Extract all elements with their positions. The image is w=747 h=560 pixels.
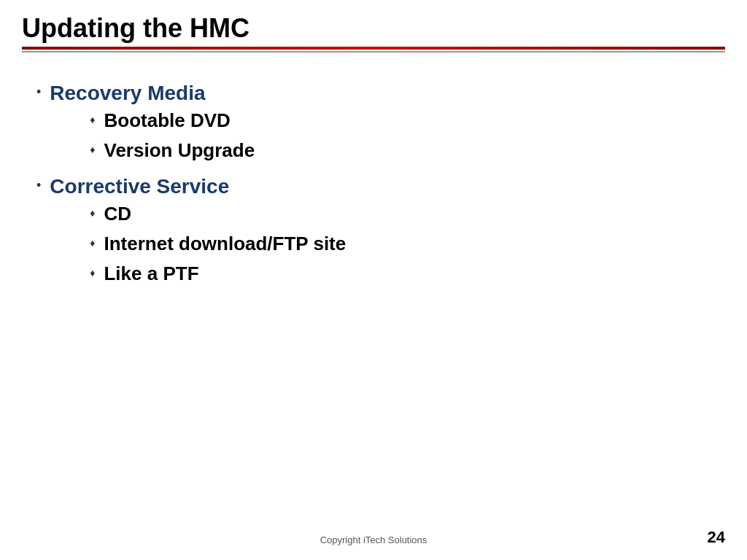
bullet-icon: •: [36, 178, 41, 193]
bullet-icon: ♦: [90, 207, 95, 219]
list-item: ♦ Bootable DVD: [90, 109, 255, 132]
level1-label: Recovery Media: [50, 82, 205, 104]
slide-number: 24: [708, 528, 725, 547]
footer: Copyright iTech Solutions: [0, 534, 747, 545]
list-item: • Corrective Service ♦ CD ♦ Internet dow…: [36, 175, 711, 292]
level2-label: Like a PTF: [104, 262, 198, 285]
divider-top: [22, 47, 725, 50]
slide-title: Updating the HMC: [22, 13, 725, 44]
bullet-icon: ♦: [90, 114, 95, 125]
list-item: ♦ Version Upgrade: [90, 139, 255, 162]
main-list: • Recovery Media ♦ Bootable DVD ♦ Versio…: [36, 82, 711, 292]
sub-list: ♦ Bootable DVD ♦ Version Upgrade: [90, 109, 255, 162]
list-item: ♦ CD: [90, 203, 346, 225]
level2-label: Internet download/FTP site: [104, 233, 346, 255]
bullet-icon: ♦: [90, 144, 95, 155]
slide-content: • Recovery Media ♦ Bootable DVD ♦ Versio…: [0, 60, 747, 322]
level2-label: Version Upgrade: [104, 139, 255, 162]
list-item: ♦ Internet download/FTP site: [90, 233, 346, 255]
divider-thin: [22, 51, 725, 52]
copyright-text: Copyright iTech Solutions: [320, 534, 427, 545]
slide-header: Updating the HMC: [0, 0, 747, 60]
bullet-icon: ♦: [90, 237, 95, 249]
level2-label: CD: [104, 203, 131, 225]
list-item: ♦ Like a PTF: [90, 262, 346, 285]
level2-label: Bootable DVD: [104, 109, 230, 132]
bullet-icon: ♦: [90, 267, 95, 279]
bullet-icon: •: [36, 85, 41, 100]
slide: Updating the HMC • Recovery Media ♦ Boot…: [0, 0, 747, 560]
list-item: • Recovery Media ♦ Bootable DVD ♦ Versio…: [36, 82, 711, 169]
sub-list: ♦ CD ♦ Internet download/FTP site ♦ Like…: [90, 203, 346, 285]
level1-label: Corrective Service: [50, 175, 229, 198]
